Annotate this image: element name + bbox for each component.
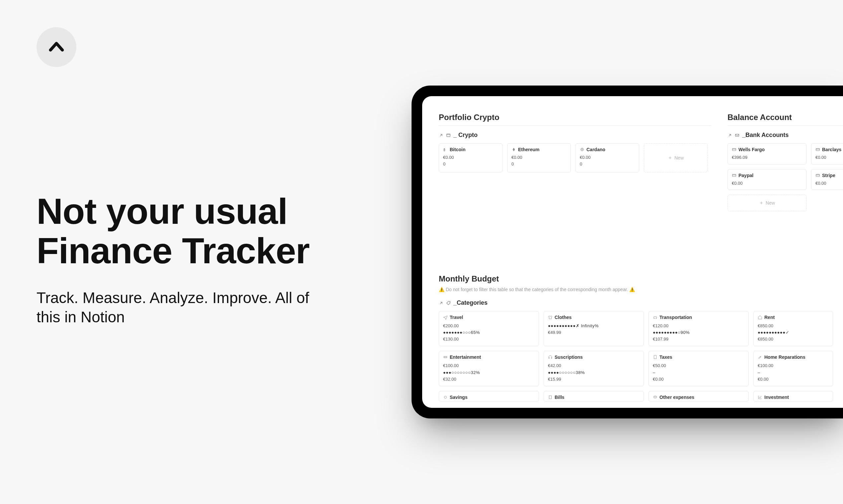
- cat-name: Entertainment: [450, 355, 481, 360]
- piggy-icon: [443, 395, 448, 399]
- cat-progress: ●●●●●●●●●●✓: [758, 329, 829, 336]
- portfolio-title: Portfolio Crypto: [439, 113, 711, 122]
- cat-name: Clothes: [555, 315, 571, 320]
- cat-amount: €200.00: [443, 323, 535, 329]
- bank-card-grid: Wells Fargo €396.09 Barclays €0.00 Paypa…: [727, 143, 843, 211]
- bitcoin-icon: ₿: [443, 147, 448, 152]
- bank-name: Paypal: [738, 173, 753, 178]
- crypto-name: Bitcoin: [450, 147, 465, 152]
- category-grid: Travel €200.00 ●●●●●●●○○○65% €130.00 Clo…: [439, 311, 843, 401]
- bank-card[interactable]: Stripe €0.00: [811, 169, 843, 190]
- cat-spent: €15.99: [548, 376, 639, 383]
- coins-icon: [653, 395, 657, 399]
- budget-hint: ⚠️ Do not forget to filter this table so…: [439, 287, 843, 292]
- svg-text:₿: ₿: [443, 148, 445, 151]
- add-bank-button[interactable]: New: [727, 195, 807, 211]
- cat-progress: ●●●●●●●●●●✗ Infinity%: [548, 323, 639, 329]
- crypto-name: Cardano: [586, 147, 605, 152]
- arrow-up-right-icon: [439, 133, 443, 138]
- categories-view-header[interactable]: _Categories: [439, 297, 843, 311]
- add-crypto-button[interactable]: New: [644, 143, 708, 173]
- cat-amount: €120.00: [653, 323, 744, 329]
- cat-spent: €0.00: [758, 376, 829, 383]
- headphones-icon: [548, 355, 553, 359]
- device-frame: Portfolio Crypto _ Crypto ₿Bitcoin €0.00…: [412, 86, 843, 418]
- hero-subtitle: Track. Measure. Analyze. Improve. All of…: [36, 288, 322, 327]
- category-card[interactable]: Travel €200.00 ●●●●●●●○○○65% €130.00: [439, 311, 539, 346]
- category-card[interactable]: Transportation €120.00 ●●●●●●●●●○90% €10…: [649, 311, 749, 346]
- cat-progress: ●●●●○○○○○○38%: [548, 370, 639, 376]
- warning-icon: ⚠️: [629, 287, 635, 292]
- category-card[interactable]: Rent €850.00 ●●●●●●●●●●✓ €850.00: [753, 311, 833, 346]
- svg-rect-5: [816, 148, 820, 151]
- svg-rect-3: [736, 134, 739, 136]
- crypto-card[interactable]: Ethereum €0.00 0: [507, 143, 571, 173]
- svg-point-8: [449, 302, 450, 302]
- category-card[interactable]: Other expenses: [649, 391, 749, 401]
- arrow-up-right-icon: [727, 133, 732, 138]
- crypto-qty: 0: [443, 161, 498, 167]
- doc-icon: [548, 395, 553, 399]
- crypto-value: €0.00: [443, 154, 498, 161]
- cat-spent: €130.00: [443, 336, 535, 343]
- plus-icon: [759, 201, 764, 205]
- bank-card[interactable]: Barclays €0.00: [811, 143, 843, 164]
- category-card[interactable]: Savings: [439, 391, 539, 401]
- category-card[interactable]: Investment: [753, 391, 833, 401]
- svg-point-9: [444, 396, 447, 398]
- cat-name: Rent: [764, 315, 775, 320]
- cat-progress: ●●●●●●●●●○90%: [653, 329, 744, 336]
- svg-rect-10: [549, 396, 552, 399]
- crypto-view-header[interactable]: _ Crypto: [439, 129, 711, 143]
- cat-name: Taxes: [659, 355, 672, 360]
- ticket-icon: [443, 355, 448, 359]
- category-card[interactable]: Home Reparations €100.00 – €0.00: [753, 351, 833, 386]
- budget-hint-text: Do not forget to filter this table so th…: [446, 287, 628, 292]
- budget-title: Monthly Budget: [439, 274, 843, 284]
- cardano-icon: [580, 147, 584, 152]
- cat-spent: €49.99: [548, 329, 639, 336]
- cat-spent: €850.00: [758, 336, 829, 343]
- cat-progress: ●●●●●●●○○○65%: [443, 329, 535, 336]
- plus-icon: [668, 156, 672, 160]
- svg-point-11: [654, 396, 656, 397]
- categories-view-label: _Categories: [453, 300, 487, 306]
- crypto-card[interactable]: ₿Bitcoin €0.00 0: [439, 143, 502, 173]
- cat-name: Bills: [555, 395, 565, 400]
- svg-rect-6: [733, 174, 736, 176]
- hero-title: Not your usual Finance Tracker: [36, 192, 335, 271]
- svg-rect-4: [733, 148, 736, 151]
- svg-rect-7: [816, 174, 820, 176]
- receipt-icon: [653, 355, 657, 359]
- category-card[interactable]: Suscriptions €42.00 ●●●●○○○○○○38% €15.99: [544, 351, 644, 386]
- cat-progress: –: [758, 370, 829, 376]
- chart-icon: [758, 395, 762, 399]
- add-label: New: [674, 155, 684, 161]
- cat-progress: –: [653, 370, 744, 376]
- wrench-icon: [758, 355, 762, 359]
- bank-card[interactable]: Wells Fargo €396.09: [727, 143, 807, 164]
- tag-icon: [446, 301, 451, 305]
- category-card[interactable]: Taxes €50.00 – €0.00: [649, 351, 749, 386]
- crypto-value: €0.00: [512, 154, 567, 161]
- category-card[interactable]: Clothes ●●●●●●●●●●✗ Infinity% €49.99: [544, 311, 644, 346]
- cat-spent: €0.00: [653, 376, 744, 383]
- category-card[interactable]: Entertainment €100.00 ●●●○○○○○○○32% €32.…: [439, 351, 539, 386]
- cat-name: Travel: [450, 315, 463, 320]
- bank-view-header[interactable]: _Bank Accounts: [727, 129, 843, 143]
- ethereum-icon: [512, 147, 516, 152]
- category-card[interactable]: Bills: [544, 391, 644, 401]
- bank-card[interactable]: Paypal €0.00: [727, 169, 807, 190]
- crypto-view-label: _ Crypto: [453, 132, 478, 139]
- crypto-qty: 0: [580, 161, 635, 167]
- crypto-qty: 0: [512, 161, 567, 167]
- crypto-value: €0.00: [580, 154, 635, 161]
- cat-name: Transportation: [659, 315, 692, 320]
- cat-spent: €107.99: [653, 336, 744, 343]
- home-icon: [758, 315, 762, 320]
- cat-progress: ●●●○○○○○○○32%: [443, 370, 535, 376]
- warning-icon: ⚠️: [439, 287, 444, 292]
- arrow-up-right-icon: [439, 301, 443, 305]
- crypto-card[interactable]: Cardano €0.00 0: [575, 143, 639, 173]
- cat-name: Investment: [764, 395, 789, 400]
